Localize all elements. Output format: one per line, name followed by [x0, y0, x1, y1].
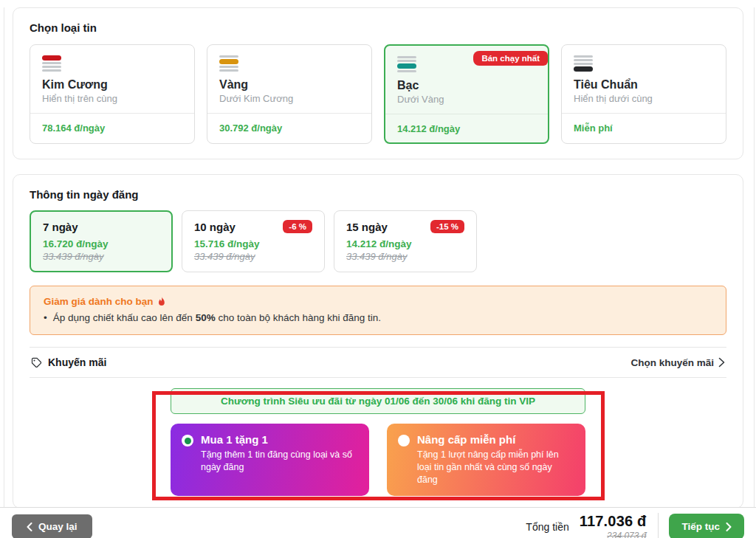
tag-icon [31, 357, 42, 368]
type-card-kim-cuong[interactable]: Kim Cương Hiển thị trên cùng 78.164 đ/ng… [30, 44, 195, 144]
promotion-row: Khuyến mãi Chọn khuyến mãi [30, 348, 726, 377]
promo-card-free-upgrade[interactable]: Nâng cấp miễn phí Tặng 1 lượt nâng cấp m… [387, 424, 585, 496]
total-old-amount: 234.073 đ [580, 531, 647, 538]
tier-position-bottom-icon [574, 55, 593, 72]
type-subtitle: Hiển thị dưới cùng [574, 93, 714, 104]
tier-position-second-icon [219, 55, 238, 72]
total-amount: 117.036 đ [580, 513, 647, 530]
type-name: Kim Cương [42, 78, 182, 92]
duration-label: 7 ngày [43, 221, 78, 233]
type-name: Vàng [219, 78, 360, 92]
type-card-footer: 78.164 đ/ngày [30, 113, 194, 142]
type-card-main: Tiêu Chuẩn Hiển thị dưới cùng [562, 45, 726, 113]
post-pricing-page: Chọn loại tin Kim Cương Hiển thị trên cù… [0, 7, 756, 538]
type-card-tieu-chuan[interactable]: Tiêu Chuẩn Hiển thị dưới cùng Miễn phí [561, 44, 726, 144]
page-right-edge [754, 7, 755, 538]
discount-note-bullet: Áp dụng chiết khấu cao lên đến 50% cho t… [44, 312, 712, 323]
duration-price: 16.720 đ/ngày [43, 238, 159, 249]
promo-card-title: Mua 1 tặng 1 [201, 433, 358, 446]
duration-price: 15.716 đ/ngày [194, 238, 312, 249]
best-seller-badge: Bán chạy nhất [473, 51, 548, 66]
promo-card-text: Mua 1 tặng 1 Tặng thêm 1 tin đăng cùng l… [201, 433, 358, 486]
type-name: Tiêu Chuẩn [574, 78, 714, 92]
promotion-label: Khuyến mãi [48, 356, 106, 368]
promo-card-description: Tặng thêm 1 tin đăng cùng loại và số ngà… [201, 449, 358, 474]
radio-unselected-icon[interactable] [398, 435, 410, 446]
chevron-right-icon [726, 523, 732, 531]
posting-days-title: Thông tin ngày đăng [30, 188, 726, 201]
discount-percent-badge: -6 % [283, 220, 312, 233]
flame-icon [157, 297, 166, 307]
duration-old-price: 33.439 đ/ngày [194, 251, 312, 262]
bullet-bold-text: 50% [196, 312, 216, 323]
continue-button-label: Tiếp tục [681, 521, 720, 532]
type-subtitle: Dưới Vàng [397, 94, 536, 105]
type-price: Miễn phí [574, 123, 613, 134]
type-card-bac[interactable]: Bán chạy nhất Bạc Dưới Vàng 14.212 đ/ngà… [384, 44, 549, 144]
chevron-right-icon [718, 357, 725, 368]
duration-old-price: 33.439 đ/ngày [346, 251, 464, 262]
listing-type-section: Chọn loại tin Kim Cương Hiển thị trên cù… [13, 7, 743, 159]
listing-type-grid: Kim Cương Hiển thị trên cùng 78.164 đ/ng… [30, 44, 726, 144]
duration-label: 10 ngày [194, 221, 236, 233]
discount-note-title: Giảm giá dành cho bạn [44, 296, 712, 307]
vip-promotion-area: Chương trình Siêu ưu đãi từ ngày 01/06 đ… [171, 388, 585, 496]
bullet-text: cho toàn bộ khách hàng khi đăng tin. [216, 312, 381, 323]
back-button[interactable]: Quay lại [12, 514, 92, 538]
promotion-label-group: Khuyến mãi [31, 356, 106, 368]
duration-price: 14.212 đ/ngày [346, 238, 464, 249]
duration-card-10-days[interactable]: 10 ngày -6 % 15.716 đ/ngày 33.439 đ/ngày [182, 210, 325, 272]
promo-card-text: Nâng cấp miễn phí Tặng 1 lượt nâng cấp m… [417, 433, 574, 486]
duration-card-15-days[interactable]: 15 ngày -15 % 14.212 đ/ngày 33.439 đ/ngà… [334, 210, 477, 272]
tier-position-third-icon [397, 56, 416, 72]
type-price: 78.164 đ/ngày [42, 123, 105, 134]
posting-days-section: Thông tin ngày đăng 7 ngày 16.720 đ/ngày… [13, 174, 743, 508]
type-price: 30.792 đ/ngày [219, 123, 282, 134]
radio-selected-icon[interactable] [182, 435, 193, 446]
discount-note-box: Giảm giá dành cho bạn Áp dụng chiết khấu… [30, 286, 726, 335]
discount-percent-badge: -15 % [430, 220, 464, 233]
duration-label: 15 ngày [346, 221, 388, 233]
duration-old-price: 33.439 đ/ngày [43, 251, 159, 262]
back-button-label: Quay lại [38, 521, 78, 532]
bullet-text: Áp dụng chiết khấu cao lên đến [53, 312, 196, 323]
type-card-main: Kim Cương Hiển thị trên cùng [30, 45, 194, 113]
type-card-vang[interactable]: Vàng Dưới Kim Cương 30.792 đ/ngày [207, 44, 372, 144]
type-name: Bạc [397, 79, 536, 92]
choose-promotion-link[interactable]: Chọn khuyến mãi [630, 357, 725, 368]
promo-card-description: Tặng 1 lượt nâng cấp miễn phí lên loại t… [417, 449, 574, 486]
chevron-left-icon [27, 523, 32, 531]
promotion-cards: Mua 1 tặng 1 Tặng thêm 1 tin đăng cùng l… [171, 424, 585, 496]
choose-promotion-label: Chọn khuyến mãi [630, 357, 714, 368]
promo-card-title: Nâng cấp miễn phí [417, 433, 574, 446]
tier-position-top-icon [42, 55, 61, 72]
type-subtitle: Dưới Kim Cương [219, 93, 360, 104]
type-card-footer: 30.792 đ/ngày [207, 113, 371, 142]
total-label: Tổng tiền [526, 521, 568, 533]
promo-card-buy1-get1[interactable]: Mua 1 tặng 1 Tặng thêm 1 tin đăng cùng l… [171, 424, 369, 496]
vip-promotion-banner: Chương trình Siêu ưu đãi từ ngày 01/06 đ… [171, 388, 585, 414]
type-price: 14.212 đ/ngày [397, 123, 460, 134]
total-amounts: 117.036 đ 234.073 đ [580, 513, 647, 538]
vertical-divider [658, 513, 659, 538]
type-card-footer: 14.212 đ/ngày [385, 114, 548, 142]
continue-button[interactable]: Tiếp tục [669, 514, 744, 538]
type-card-footer: Miễn phí [562, 113, 726, 142]
type-card-main: Vàng Dưới Kim Cương [207, 45, 371, 113]
bottom-action-bar: Quay lại Tổng tiền 117.036 đ 234.073 đ T… [0, 507, 756, 538]
divider [30, 377, 726, 378]
total-group: Tổng tiền 117.036 đ 234.073 đ Tiếp tục [526, 513, 744, 538]
discount-note-title-text: Giảm giá dành cho bạn [44, 296, 154, 307]
listing-type-title: Chọn loại tin [30, 21, 726, 34]
page-left-edge [4, 7, 4, 538]
type-subtitle: Hiển thị trên cùng [42, 93, 182, 104]
duration-grid: 7 ngày 16.720 đ/ngày 33.439 đ/ngày 10 ng… [30, 210, 726, 272]
duration-card-7-days[interactable]: 7 ngày 16.720 đ/ngày 33.439 đ/ngày [30, 210, 173, 272]
